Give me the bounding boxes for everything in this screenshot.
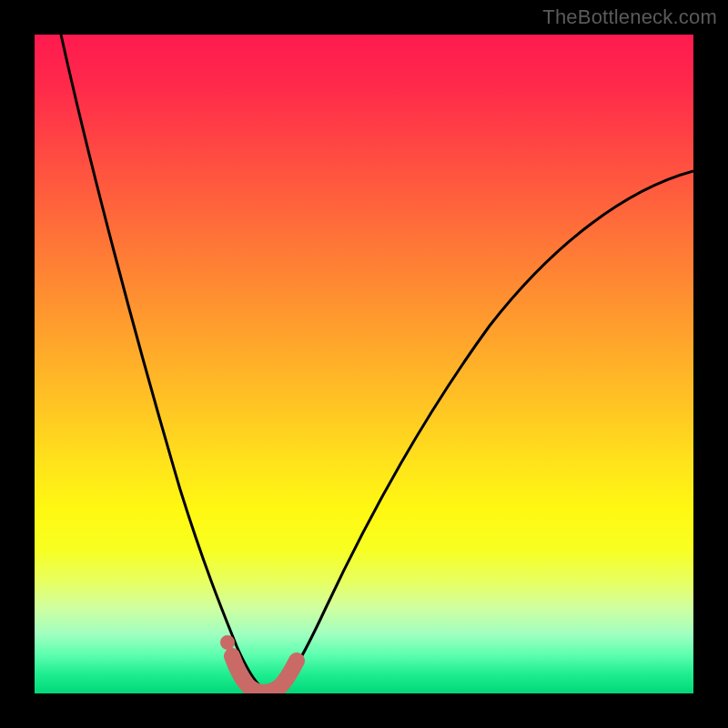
watermark-text: TheBottleneck.com — [542, 5, 717, 29]
plot-area — [35, 35, 693, 693]
minimum-dot — [220, 635, 235, 650]
chart-frame: TheBottleneck.com — [0, 0, 728, 728]
bottleneck-curve — [61, 35, 693, 692]
curve-layer — [35, 35, 693, 693]
minimum-band — [232, 656, 297, 693]
